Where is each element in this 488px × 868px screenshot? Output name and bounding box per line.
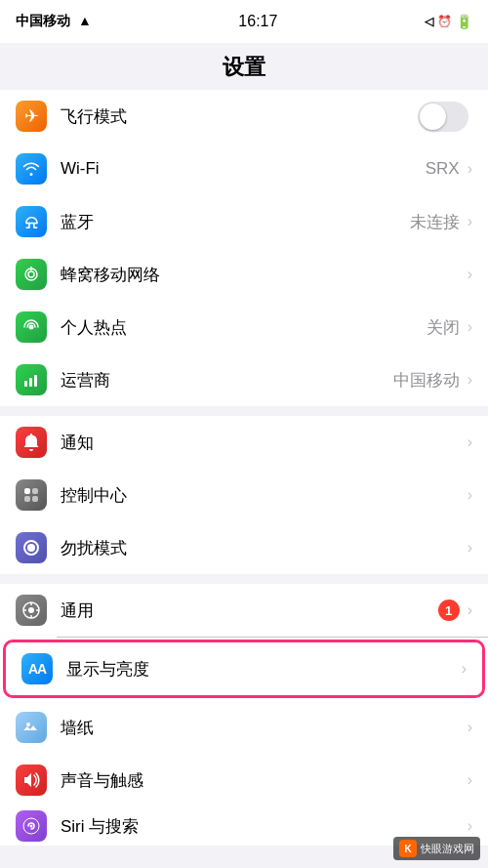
battery-icon: 🔋 [456,14,472,29]
chevron-hotspot: › [468,318,472,336]
label-bluetooth: 蓝牙 [61,211,410,233]
label-display: 显示与亮度 [66,658,460,681]
general-badge: 1 [438,599,460,621]
row-hotspot[interactable]: 个人热点 关闭 › [0,301,488,353]
svg-rect-7 [24,488,30,494]
control-center-icon [16,479,47,511]
label-general: 通用 [61,599,438,622]
section-network: ✈ 飞行模式 Wi-Fi SRX › ⍾ 蓝牙 未连接 › [0,90,488,406]
watermark-text: 快眼游戏网 [421,842,474,856]
label-notifications: 通知 [61,432,466,454]
label-siri: Siri 与搜索 [61,815,466,838]
location-icon: ◁ [425,15,433,28]
highlight-wrapper: AA 显示与亮度 › [0,637,488,701]
chevron-dnd: › [468,539,472,557]
wifi-icon [16,153,47,185]
svg-rect-6 [34,375,37,387]
watermark: K 快眼游戏网 [393,837,480,860]
chevron-sound: › [468,771,472,789]
chevron-wifi: › [468,160,472,178]
row-display[interactable]: AA 显示与亮度 › [6,642,482,695]
hotspot-value: 关闭 [427,316,460,339]
label-hotspot: 个人热点 [61,316,427,339]
chevron-wallpaper: › [468,719,472,736]
general-icon [16,595,47,626]
section-notifications: 通知 › 控制中心 › 勿扰模式 [0,416,488,574]
row-wallpaper[interactable]: 墙纸 › [0,701,488,754]
carrier-value: 中国移动 [393,369,460,392]
svg-rect-4 [24,381,27,387]
svg-rect-5 [29,378,32,387]
row-airplane[interactable]: ✈ 飞行模式 [0,90,488,143]
status-icons: ◁ ⏰ 🔋 [425,14,472,29]
svg-point-1 [28,271,34,277]
label-control-center: 控制中心 [61,484,466,507]
wifi-value: SRX [426,159,460,179]
svg-point-17 [26,723,30,726]
chevron-bluetooth: › [468,213,472,230]
chevron-cellular: › [468,266,472,283]
status-bar: 中国移动 ▲ 16:17 ◁ ⏰ 🔋 [0,0,488,43]
chevron-siri: › [468,817,472,835]
row-carrier[interactable]: 运营商 中国移动 › [0,353,488,406]
alarm-icon: ⏰ [437,15,452,28]
airplane-toggle[interactable] [418,102,468,132]
row-sound[interactable]: 声音与触感 › [0,754,488,806]
bluetooth-icon: ⍾ [16,206,47,237]
chevron-display: › [462,660,467,678]
notifications-icon [16,427,47,458]
svg-point-12 [28,607,34,613]
settings-scroll: ✈ 飞行模式 Wi-Fi SRX › ⍾ 蓝牙 未连接 › [0,90,488,846]
svg-point-19 [30,825,33,828]
display-icon: AA [21,653,53,684]
row-control-center[interactable]: 控制中心 › [0,469,488,521]
status-time: 16:17 [238,13,277,30]
label-wallpaper: 墙纸 [61,717,466,739]
dnd-icon [16,532,47,563]
chevron-general: › [468,601,472,619]
section-general: 通用 1 › AA 显示与亮度 › 墙纸 › [0,584,488,846]
row-bluetooth[interactable]: ⍾ 蓝牙 未连接 › [0,195,488,248]
row-dnd[interactable]: 勿扰模式 › [0,521,488,574]
chevron-control-center: › [468,486,472,504]
row-general[interactable]: 通用 1 › [0,584,488,637]
label-cellular: 蜂窝移动网络 [61,264,466,286]
toggle-knob [420,103,446,130]
label-airplane: 飞行模式 [61,105,418,128]
hotspot-icon [16,311,47,343]
row-cellular[interactable]: 蜂窝移动网络 › [0,248,488,301]
label-dnd: 勿扰模式 [61,537,466,559]
svg-rect-10 [32,496,38,502]
row-wifi[interactable]: Wi-Fi SRX › [0,143,488,195]
cellular-icon [16,259,47,290]
svg-point-3 [29,325,34,330]
label-carrier: 运营商 [61,369,393,392]
siri-icon [16,810,47,842]
sound-icon [16,765,47,796]
airplane-icon: ✈ [16,101,47,132]
label-sound: 声音与触感 [61,769,466,792]
highlight-border: AA 显示与亮度 › [3,640,485,698]
chevron-notifications: › [468,434,472,451]
label-wifi: Wi-Fi [61,159,426,179]
row-notifications[interactable]: 通知 › [0,416,488,469]
svg-rect-9 [24,496,30,502]
watermark-logo: K [399,840,417,857]
chevron-carrier: › [468,371,472,389]
carrier-icon [16,364,47,395]
carrier-signal: 中国移动 ▲ [16,13,92,30]
wallpaper-icon [16,712,47,743]
bluetooth-value: 未连接 [410,211,460,233]
page-title: 设置 [0,43,488,90]
svg-rect-8 [32,488,38,494]
